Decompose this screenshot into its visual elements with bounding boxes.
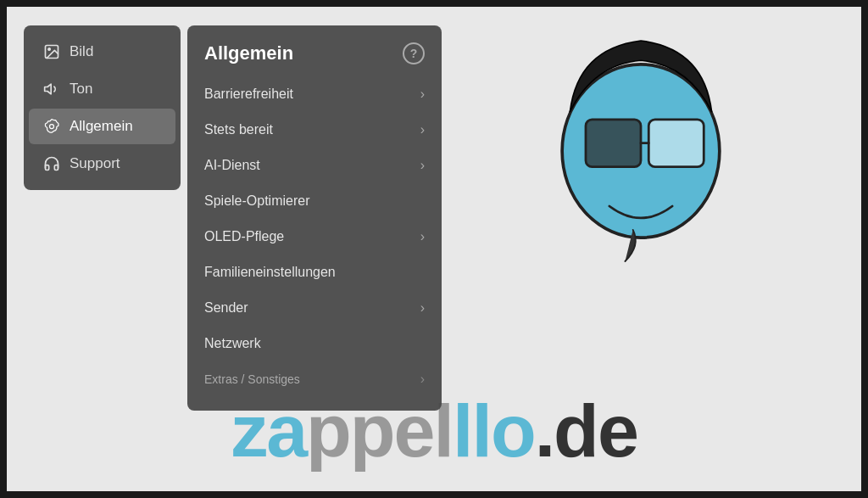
menu-item-oled-pflege[interactable]: OLED-Pflege › [187,219,442,255]
sidebar-item-allgemein[interactable]: Allgemein [29,109,175,144]
chevron-icon-stets-bereit: › [420,122,425,137]
image-icon [42,42,61,61]
chevron-icon-ai-dienst: › [420,158,425,173]
support-icon [42,154,61,173]
settings-icon [42,117,61,136]
svg-rect-1 [586,120,641,167]
sidebar-item-bild[interactable]: Bild [29,34,175,70]
menu-item-extras[interactable]: Extras / Sonstiges › [187,361,442,397]
sidebar-item-support[interactable]: Support [29,146,175,182]
chevron-icon-oled-pflege: › [420,229,425,244]
sidebar-label-support: Support [70,155,120,172]
menu-label-spiele-optimierer: Spiele-Optimierer [204,193,309,209]
sidebar-label-allgemein: Allgemein [70,118,133,135]
menu-label-barrierefreiheit: Barrierefreiheit [204,87,293,102]
menu-label-familieneinstellungen: Familieneinstellungen [204,265,336,280]
chevron-icon-sender: › [420,300,425,316]
sidebar-label-ton: Ton [70,81,92,98]
menu-item-barrierefreiheit[interactable]: Barrierefreiheit › [187,76,442,112]
cartoon-character [531,15,751,287]
svg-rect-2 [648,120,704,167]
menu-label-extras: Extras / Sonstiges [204,372,300,386]
menu-item-spiele-optimierer[interactable]: Spiele-Optimierer [187,183,442,219]
help-icon-label: ? [410,47,418,60]
sidebar-label-bild: Bild [70,43,93,60]
menu-item-familieneinstellungen[interactable]: Familieneinstellungen [187,255,442,290]
menu-label-ai-dienst: AI-Dienst [204,158,260,173]
menu-item-stets-bereit[interactable]: Stets bereit › [187,112,442,148]
chevron-icon-extras: › [420,372,425,387]
sidebar: Bild Ton Allgemein [24,25,181,190]
chevron-icon-barrierefreiheit: › [420,87,425,102]
menu-label-netzwerk: Netzwerk [204,336,261,351]
panel-title: Allgemein [204,42,293,64]
main-panel: Allgemein ? Barrierefreiheit › Stets ber… [187,25,442,411]
sound-icon [42,80,61,98]
logo-llo: llo [453,388,535,474]
menu-label-sender: Sender [204,300,248,316]
menu-item-sender[interactable]: Sender › [187,290,442,326]
menu-item-ai-dienst[interactable]: AI-Dienst › [187,148,442,183]
svg-point-7 [50,125,54,129]
sidebar-item-ton[interactable]: Ton [29,71,175,107]
logo-de: .de [535,388,637,474]
menu-label-oled-pflege: OLED-Pflege [204,229,284,244]
svg-point-5 [48,48,51,51]
tv-screen: za ppel llo .de Bild [0,0,868,498]
help-icon[interactable]: ? [403,42,425,64]
svg-marker-6 [45,84,52,94]
panel-header: Allgemein ? [187,39,442,76]
menu-label-stets-bereit: Stets bereit [204,122,273,137]
menu-item-netzwerk[interactable]: Netzwerk [187,326,442,361]
